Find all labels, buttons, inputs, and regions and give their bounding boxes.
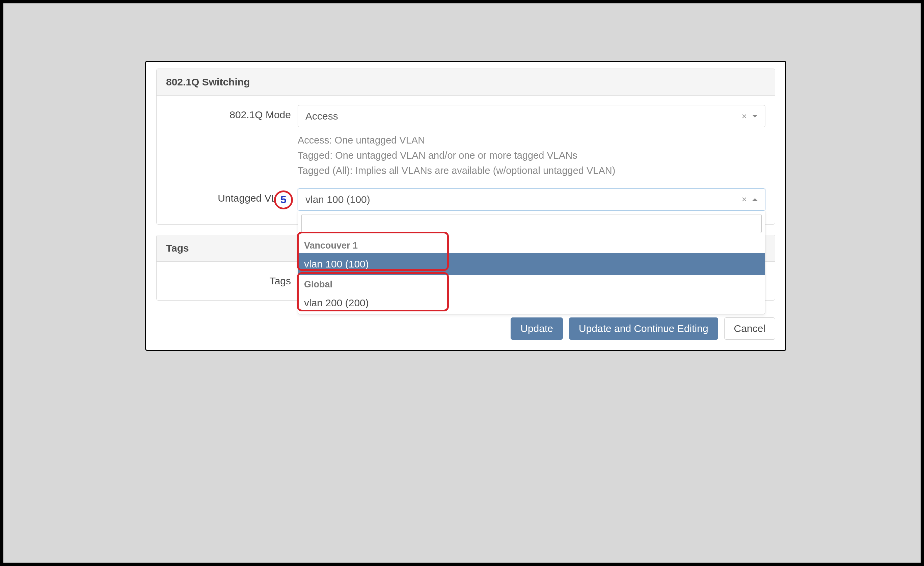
chevron-up-icon[interactable] bbox=[752, 198, 758, 201]
untagged-vlan-row: Untagged VLAN vlan 100 (100) × bbox=[166, 188, 765, 211]
tags-label: Tags bbox=[166, 271, 298, 287]
dropdown-option-vlan200[interactable]: vlan 200 (200) bbox=[298, 292, 765, 314]
dropdown-search-wrap bbox=[298, 211, 765, 236]
untagged-vlan-select-value: vlan 100 (100) bbox=[305, 194, 370, 205]
step-badge-number: 5 bbox=[280, 194, 286, 206]
update-button[interactable]: Update bbox=[511, 318, 563, 340]
mode-help-line1: Access: One untagged VLAN bbox=[298, 133, 765, 148]
form-panel: 802.1Q Switching 802.1Q Mode Access × bbox=[145, 61, 786, 351]
chevron-down-icon[interactable] bbox=[752, 115, 758, 117]
cancel-button[interactable]: Cancel bbox=[724, 318, 775, 340]
dropdown-search-input[interactable] bbox=[302, 214, 762, 233]
dropdown-group-header: Global bbox=[298, 275, 765, 292]
untagged-vlan-dropdown: Vancouver 1 vlan 100 (100) Global vlan 2… bbox=[298, 211, 765, 315]
footer-buttons: Update Update and Continue Editing Cance… bbox=[146, 311, 785, 350]
dropdown-group-2: Global vlan 200 (200) bbox=[298, 275, 765, 314]
step-badge: 5 bbox=[274, 190, 293, 209]
mode-row: 802.1Q Mode Access × Access: One untagge… bbox=[166, 105, 765, 178]
switching-card: 802.1Q Switching 802.1Q Mode Access × bbox=[156, 69, 775, 224]
mode-select-value: Access bbox=[305, 110, 338, 122]
mode-select-icons: × bbox=[742, 111, 758, 122]
switching-card-header: 802.1Q Switching bbox=[157, 69, 775, 96]
mode-select[interactable]: Access × bbox=[298, 105, 765, 127]
outer-frame: 802.1Q Switching 802.1Q Mode Access × bbox=[0, 0, 924, 566]
dropdown-option-vlan100[interactable]: vlan 100 (100) bbox=[298, 253, 765, 275]
untagged-vlan-select[interactable]: vlan 100 (100) × bbox=[298, 188, 765, 211]
untagged-vlan-control: vlan 100 (100) × Va bbox=[298, 188, 765, 211]
dropdown-group-1: Vancouver 1 vlan 100 (100) bbox=[298, 236, 765, 275]
mode-help-line2: Tagged: One untagged VLAN and/or one or … bbox=[298, 148, 765, 163]
dropdown-group-header: Vancouver 1 bbox=[298, 236, 765, 253]
clear-icon[interactable]: × bbox=[742, 111, 747, 122]
mode-help: Access: One untagged VLAN Tagged: One un… bbox=[298, 133, 765, 178]
mode-label: 802.1Q Mode bbox=[166, 105, 298, 120]
update-continue-button[interactable]: Update and Continue Editing bbox=[569, 318, 718, 340]
switching-card-body: 802.1Q Mode Access × Access: One untagge… bbox=[157, 96, 775, 224]
clear-icon[interactable]: × bbox=[742, 194, 747, 205]
mode-help-line3: Tagged (All): Implies all VLANs are avai… bbox=[298, 163, 765, 178]
untagged-vlan-select-icons: × bbox=[742, 194, 758, 205]
mode-control: Access × Access: One untagged VLAN Tagge… bbox=[298, 105, 765, 178]
